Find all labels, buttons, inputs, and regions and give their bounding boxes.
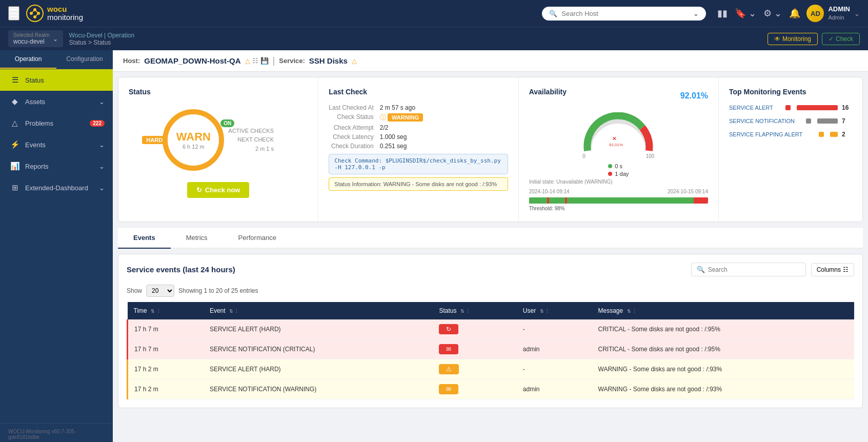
last-checked-label: Last Checked At (329, 104, 373, 111)
hamburger-button[interactable]: ☰ (8, 6, 19, 21)
user-dropdown-icon[interactable]: ⌄ (854, 10, 860, 17)
check-button[interactable]: ✓ Check (822, 33, 860, 45)
status-info-val: WARNING - Some disks are not good : /:93… (383, 181, 497, 187)
gauge-container: HARD WARN 6 h 12 m ON ACTIVE CHECKS NEXT… (129, 104, 308, 198)
col-message[interactable]: Message ⇅ ⋮ (592, 302, 855, 319)
table-search-input[interactable] (708, 266, 800, 273)
user-badge[interactable]: AD ADMIN Admin ⌄ (806, 5, 860, 22)
initial-state: Initial state: Unavailable (WARNING) (529, 179, 708, 185)
bell-slash-icon[interactable]: 🔔 (789, 8, 800, 19)
logo-text: wocu monitoring (47, 5, 83, 22)
columns-button[interactable]: Columns ☷ (811, 263, 854, 276)
svg-text:✕: ✕ (612, 136, 616, 142)
cell-user: - (517, 359, 592, 379)
document-icon[interactable]: ▮▮ (717, 8, 728, 19)
col-status[interactable]: Status ⇅ ⋮ (433, 302, 516, 319)
dashboard-icon: ⊞ (10, 183, 20, 192)
availability-panel: Availability 92.01% ✕ 92.01% (519, 77, 719, 222)
sidebar-tab-operation[interactable]: Operation (0, 50, 56, 69)
breadcrumb-primary: Wocu-Devel | Operation (69, 32, 761, 39)
sidebar-item-events[interactable]: ⚡ Events ⌄ (0, 134, 113, 155)
tab-events[interactable]: Events (118, 228, 171, 249)
search-input-wrap[interactable]: 🔍 (691, 263, 806, 276)
cell-user: admin (517, 379, 592, 399)
sidebar-label-events: Events (25, 141, 94, 149)
user-role: Admin (828, 14, 850, 21)
avail-dates: 2024-10-14 09:14 2024-10-15 09:14 (529, 189, 708, 194)
sidebar-item-extended-dashboard[interactable]: ⊞ Extended-Dashboard ⌄ (0, 177, 113, 198)
search-box[interactable]: 🔍 ⌄ (542, 7, 706, 21)
svg-line-7 (35, 13, 38, 17)
event-bar-0 (785, 105, 791, 110)
service-label: Service: (279, 57, 305, 65)
check-now-button[interactable]: ↻ Check now (187, 182, 250, 198)
table-row: 17 h 2 m SERVICE NOTIFICATION (WARNING) … (128, 379, 855, 399)
gauge-duration: 6 h 12 m (183, 144, 205, 150)
columns-label: Columns (817, 266, 841, 273)
search-input[interactable] (561, 10, 689, 17)
data-table: Time ⇅ ⋮ Event ⇅ ⋮ Status ⇅ ⋮ User ⇅ ⋮ M… (127, 302, 854, 399)
cell-status: ⚠ (433, 359, 516, 379)
sidebar-menu: ☰ Status ◆ Assets ⌄ △ Problems 222 ⚡ Eve… (0, 69, 113, 423)
reports-chevron-icon: ⌄ (99, 163, 105, 170)
check-latency-val: 1.000 seg (380, 133, 508, 140)
events-icon: ⚡ (10, 140, 20, 149)
col-user[interactable]: User ⇅ ⋮ (517, 302, 592, 319)
sidebar-item-problems[interactable]: △ Problems 222 (0, 112, 113, 134)
realm-dropdown-icon[interactable]: ⌄ (53, 35, 58, 43)
last-checked-val: 2 m 57 s ago (380, 104, 508, 111)
status-pill: ⚠ (439, 364, 459, 374)
grid-icon: ☷ (252, 57, 258, 65)
sidebar-item-reports[interactable]: 📊 Reports ⌄ (0, 155, 113, 177)
sidebar-item-status[interactable]: ☰ Status (0, 69, 113, 91)
monitoring-button[interactable]: 👁 Monitoring (768, 33, 818, 45)
columns-grid-icon: ☷ (843, 266, 849, 273)
cell-time: 17 h 7 m (128, 339, 204, 359)
settings-icon[interactable]: ⚙ ⌄ (763, 8, 782, 19)
realm-selector[interactable]: Selected Realm wocu-devel ⌄ (8, 30, 63, 47)
dashboard-chevron-icon: ⌄ (99, 184, 105, 192)
check-command-box: Check Command: $PLUGINSDIR$/check_disks_… (329, 154, 508, 174)
service-name: SSH Disks (309, 56, 348, 65)
last-check-title: Last Check (329, 88, 508, 96)
event-row-2: SERVICE FLAPPING ALERT 2 (729, 131, 852, 138)
threshold-label: Threshold: 98% (529, 206, 708, 211)
top-events-title: Top Monitoring Events (729, 88, 852, 96)
disk-icon: 💾 (260, 57, 269, 65)
bookmark-icon[interactable]: 🔖 ⌄ (735, 8, 756, 19)
avail-bar (529, 197, 708, 204)
refresh-icon: ↻ (196, 186, 202, 194)
reports-icon: 📊 (10, 162, 20, 171)
active-checks-label: ACTIVE CHECKS (228, 127, 274, 136)
legend-1d: 1 day (608, 171, 629, 177)
event-row-1: SERVICE NOTIFICATION 7 (729, 117, 852, 125)
service-alert-icon: △ (352, 57, 357, 65)
col-time[interactable]: Time ⇅ ⋮ (128, 302, 204, 319)
table-row: 17 h 2 m SERVICE ALERT (HARD) ⚠ - WARNIN… (128, 359, 855, 379)
cell-message: WARNING - Some disks are not good : /:93… (592, 359, 855, 379)
sidebar-item-assets[interactable]: ◆ Assets ⌄ (0, 91, 113, 112)
nav-icons: ▮▮ 🔖 ⌄ ⚙ ⌄ 🔔 (717, 8, 800, 19)
event-count-1: 7 (842, 117, 852, 125)
warning-badge: WARNING (388, 113, 423, 122)
host-name: GEOMAP_DOWN-Host-QA (144, 56, 240, 65)
table-section: Service events (last 24 hours) 🔍 Columns… (118, 254, 863, 408)
content-tabs: Events Metrics Performance (118, 227, 863, 249)
sidebar-tab-configuration[interactable]: Configuration (56, 50, 113, 69)
event-name-1: SERVICE NOTIFICATION (729, 118, 802, 124)
check-info: ACTIVE CHECKS NEXT CHECK 2 m 1 s (228, 127, 274, 154)
show-select[interactable]: 20 50 100 (146, 285, 174, 297)
search-dropdown-icon[interactable]: ⌄ (693, 10, 699, 17)
tab-metrics[interactable]: Metrics (171, 228, 223, 249)
status-pill: ✉ (439, 384, 458, 394)
svg-point-0 (27, 5, 43, 22)
table-header-row: Service events (last 24 hours) 🔍 Columns… (127, 263, 854, 276)
status-info-label: Status Information: (334, 181, 381, 187)
cell-event: SERVICE NOTIFICATION (CRITICAL) (204, 339, 433, 359)
tab-performance[interactable]: Performance (223, 228, 292, 249)
sidebar: Operation Configuration ☰ Status ◆ Asset… (0, 50, 113, 442)
check-attempt-val: 2/2 (380, 124, 508, 131)
status-pill: ↻ (439, 324, 458, 334)
event-count-2: 2 (842, 131, 852, 138)
col-event[interactable]: Event ⇅ ⋮ (204, 302, 433, 319)
